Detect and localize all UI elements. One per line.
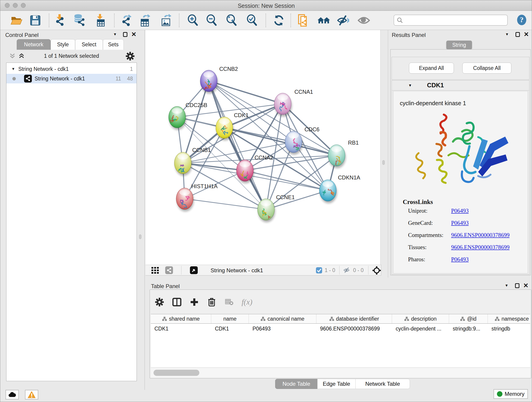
table-cell[interactable]: CDK1 (211, 324, 249, 334)
node-CDKN1A[interactable] (319, 180, 337, 203)
node-CDC6[interactable] (285, 131, 303, 155)
tab-node-table[interactable]: Node Table (275, 379, 317, 389)
hide-unhide-button[interactable] (336, 13, 350, 28)
table-cell[interactable]: cyclin-dependent ... (392, 324, 449, 334)
crosslink-value[interactable]: P06493 (451, 220, 469, 226)
search-input[interactable] (394, 15, 508, 26)
table-cell[interactable]: stringdb (488, 324, 530, 334)
table-panel-float-button[interactable] (513, 282, 521, 289)
show-columns-button[interactable] (170, 296, 184, 308)
node-RB1[interactable] (328, 145, 346, 169)
export-table-button[interactable] (138, 13, 152, 28)
tab-network[interactable]: Network (17, 39, 51, 50)
tab-string[interactable]: String (446, 41, 472, 49)
column-header-sharedname[interactable]: shared name (151, 314, 211, 323)
horizontal-scrollbar[interactable] (151, 368, 530, 378)
edge-CCNB1-CCNA2[interactable] (183, 163, 245, 171)
cloud-status-button[interactable] (6, 390, 19, 400)
table-row[interactable]: CDK1CDK1P064939606.ENSP00000378699cyclin… (151, 324, 530, 334)
memory-button[interactable]: Memory (494, 389, 528, 399)
export-image-button[interactable] (159, 13, 173, 28)
table-cell[interactable]: P06493 (249, 324, 317, 334)
crosslink-value[interactable]: P06493 (451, 256, 469, 263)
left-splitter-handle[interactable] (139, 235, 141, 239)
section-collapse-icon[interactable]: ▼ (408, 83, 412, 88)
zoom-in-button[interactable] (186, 13, 200, 28)
zoom-fit-button[interactable] (225, 13, 239, 28)
node-CCNE1[interactable] (258, 199, 275, 222)
results-panel-close-button[interactable]: ✕ (522, 31, 530, 38)
table-panel-close-button[interactable]: ✕ (522, 282, 530, 289)
column-header-id[interactable]: @id (449, 314, 488, 323)
table-panel-menu-button[interactable]: ▼ (503, 282, 510, 289)
node-CCNB1[interactable] (174, 152, 192, 176)
node-HIST1H1A[interactable] (176, 188, 194, 211)
grid-view-icon[interactable] (152, 267, 159, 274)
warnings-button[interactable] (25, 390, 38, 400)
node-CCNB2[interactable] (200, 70, 218, 94)
crosslink-value[interactable]: 9606.ENSP00000378699 (451, 232, 510, 238)
import-network-button[interactable] (53, 13, 67, 28)
table-cell[interactable]: stringdb:9... (449, 324, 488, 334)
edge-CCNB2-CCNE1[interactable] (209, 81, 266, 210)
column-header-name[interactable]: name (211, 314, 249, 323)
results-panel-menu-button[interactable]: ▼ (503, 31, 511, 38)
crosslink-value[interactable]: 9606.ENSP00000378699 (451, 244, 510, 250)
edge-CDK1-RB1[interactable] (224, 128, 336, 155)
collapse-all-button[interactable]: Collapse All (462, 63, 511, 74)
column-header-namespace[interactable]: namespace (488, 314, 530, 323)
right-splitter-handle[interactable] (382, 160, 385, 165)
clone-network-button[interactable] (297, 13, 310, 28)
control-panel-menu-button[interactable]: ▼ (111, 31, 119, 38)
help-button[interactable]: ? (516, 14, 527, 26)
zoom-selected-button[interactable] (245, 13, 259, 28)
show-graphics-button[interactable] (357, 13, 371, 28)
create-column-button[interactable] (187, 296, 201, 308)
column-header-databaseidentifier[interactable]: database identifier (317, 314, 392, 323)
tab-style[interactable]: Style (51, 39, 75, 50)
network-options-gear-icon[interactable] (126, 52, 134, 61)
edge-CCNB2-CCNA1[interactable] (209, 81, 283, 104)
string-network-graph[interactable]: CCNB2CCNA1CDC25BCDK1CDC6RB1CCNB1CCNA2CDK… (146, 30, 380, 265)
save-session-button[interactable] (28, 13, 42, 28)
open-session-button[interactable] (10, 13, 23, 28)
column-header-canonicalname[interactable]: canonical name (249, 314, 317, 323)
tab-network-table[interactable]: Network Table (355, 379, 410, 389)
edge-CDKN1A-CCNE1[interactable] (266, 191, 328, 210)
node-CCNA2[interactable] (236, 160, 254, 183)
import-table-button[interactable] (93, 13, 107, 28)
collection-expand-icon[interactable]: ▼ (12, 67, 18, 71)
tab-sets[interactable]: Sets (103, 39, 124, 50)
network-collection-row[interactable]: ▼ String Network - cdk1 1 (6, 64, 137, 74)
table-options-button[interactable] (152, 296, 166, 308)
results-panel-float-button[interactable] (514, 31, 521, 38)
node-CDK1[interactable] (216, 117, 234, 140)
table-cell[interactable]: CDK1 (151, 324, 211, 334)
column-header-description[interactable]: description (392, 314, 449, 323)
tab-select[interactable]: Select (75, 39, 103, 50)
export-network-button[interactable] (120, 13, 133, 28)
network-view-string-icon[interactable] (165, 266, 173, 274)
delete-table-button[interactable] (222, 296, 236, 308)
scrollbar-thumb[interactable] (153, 370, 199, 376)
function-builder-button[interactable]: f(x) (238, 296, 256, 308)
crosshair-icon[interactable] (372, 266, 381, 275)
edge-HIST1H1A-CCNE1[interactable] (185, 199, 266, 210)
crosslink-value[interactable]: P06493 (451, 208, 469, 214)
home-button[interactable] (317, 13, 331, 28)
control-panel-close-button[interactable]: ✕ (130, 31, 138, 38)
tab-edge-table[interactable]: Edge Table (317, 379, 355, 389)
zoom-out-button[interactable] (205, 13, 219, 28)
birdseye-view-button[interactable] (190, 266, 198, 274)
apply-style-button[interactable] (272, 13, 286, 28)
network-canvas[interactable]: CCNB2CCNA1CDC25BCDK1CDC6RB1CCNB1CCNA2CDK… (146, 30, 380, 265)
table-cell[interactable]: 9606.ENSP00000378699 (317, 324, 392, 334)
expand-all-button[interactable]: Expand All (409, 63, 454, 74)
delete-column-button[interactable] (205, 296, 219, 308)
gene-section-header[interactable]: ▼ CDK1 (392, 80, 529, 90)
import-network-from-database-button[interactable] (73, 13, 87, 28)
control-panel-float-button[interactable] (121, 31, 129, 38)
selected-checkbox-icon[interactable] (316, 267, 322, 274)
network-row-selected[interactable]: String Network - cdk1 11 48 (6, 74, 137, 83)
hidden-eye-icon[interactable] (343, 267, 351, 274)
